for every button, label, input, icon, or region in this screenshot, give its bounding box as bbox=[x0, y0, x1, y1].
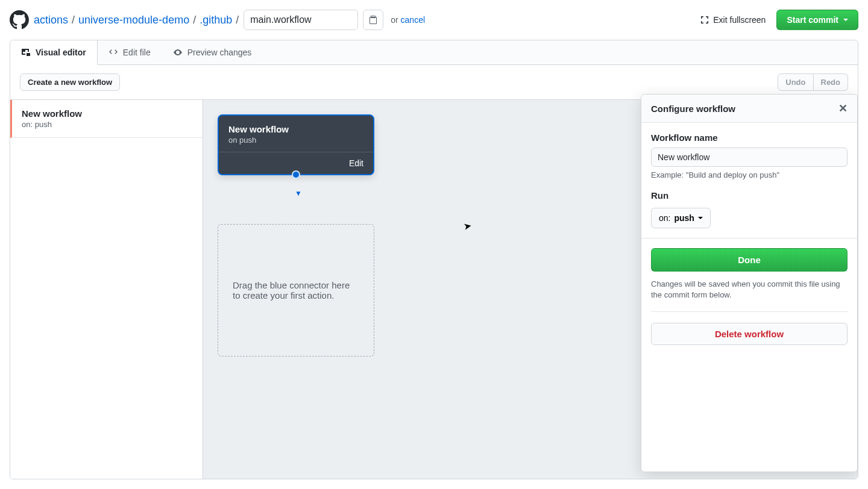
close-icon[interactable]: ✕ bbox=[838, 102, 848, 115]
start-commit-button[interactable]: Start commit bbox=[776, 10, 858, 30]
workflow-node[interactable]: New workflow on push Edit bbox=[218, 114, 374, 175]
panel-title: Configure workflow bbox=[651, 104, 735, 114]
collapse-icon bbox=[700, 15, 709, 25]
tab-preview-changes[interactable]: Preview changes bbox=[162, 40, 263, 64]
breadcrumb-dir[interactable]: .github bbox=[200, 14, 232, 26]
breadcrumb-sep: / bbox=[72, 14, 75, 26]
sidebar-item-workflow[interactable]: New workflow on: push bbox=[10, 100, 203, 138]
code-icon bbox=[108, 48, 118, 57]
breadcrumb-org[interactable]: actions bbox=[34, 14, 68, 26]
run-trigger-select[interactable]: on: push bbox=[651, 208, 711, 228]
workflow-name-hint: Example: "Build and deploy on push" bbox=[651, 170, 848, 179]
editor-tabs: Visual editor Edit file Preview changes bbox=[10, 40, 858, 65]
node-sub: on push bbox=[228, 135, 363, 145]
tab-edit-file[interactable]: Edit file bbox=[98, 40, 162, 64]
workflow-list-sidebar: New workflow on: push bbox=[10, 100, 203, 479]
create-workflow-button[interactable]: Create a new workflow bbox=[20, 73, 120, 91]
drop-target[interactable]: Drag the blue connector here to create y… bbox=[218, 224, 374, 357]
workflow-name-input[interactable] bbox=[651, 148, 848, 167]
workflow-icon bbox=[21, 48, 31, 57]
sidebar-item-title: New workflow bbox=[22, 108, 193, 119]
breadcrumb: actions / universe-module-demo / .github… bbox=[34, 14, 239, 26]
save-hint: Changes will be saved when you commit th… bbox=[651, 279, 848, 301]
exit-fullscreen-button[interactable]: Exit fullscreen bbox=[694, 11, 772, 28]
breadcrumb-sep: / bbox=[193, 14, 196, 26]
github-logo-icon[interactable] bbox=[10, 10, 29, 30]
delete-workflow-button[interactable]: Delete workflow bbox=[651, 323, 848, 345]
cancel-link[interactable]: cancel bbox=[401, 15, 425, 25]
node-title: New workflow bbox=[228, 124, 363, 134]
caret-down-icon bbox=[698, 217, 703, 219]
workflow-canvas[interactable]: New workflow on push Edit ▼ Drag the blu… bbox=[203, 100, 858, 479]
copy-path-button[interactable] bbox=[363, 10, 383, 30]
clipboard-icon bbox=[368, 15, 378, 25]
caret-down-icon bbox=[843, 19, 848, 21]
breadcrumb-repo[interactable]: universe-module-demo bbox=[78, 14, 189, 26]
drop-hint-text: Drag the blue connector here to create y… bbox=[233, 280, 359, 301]
tab-visual-editor[interactable]: Visual editor bbox=[10, 40, 98, 65]
connector-handle[interactable] bbox=[292, 170, 300, 179]
breadcrumb-sep: / bbox=[236, 14, 239, 26]
redo-button[interactable]: Redo bbox=[814, 73, 849, 91]
or-cancel: or cancel bbox=[391, 15, 425, 25]
undo-button[interactable]: Undo bbox=[778, 73, 813, 91]
workflow-name-label: Workflow name bbox=[651, 132, 848, 143]
done-button[interactable]: Done bbox=[651, 248, 848, 272]
connector-arrow-icon: ▼ bbox=[295, 189, 302, 198]
sidebar-item-sub: on: push bbox=[22, 120, 193, 129]
eye-icon bbox=[173, 48, 183, 57]
cursor-icon: ➤ bbox=[462, 220, 472, 232]
run-label: Run bbox=[651, 190, 848, 201]
filename-input[interactable] bbox=[244, 10, 358, 30]
configure-panel: Configure workflow ✕ Workflow name Examp… bbox=[641, 94, 858, 472]
